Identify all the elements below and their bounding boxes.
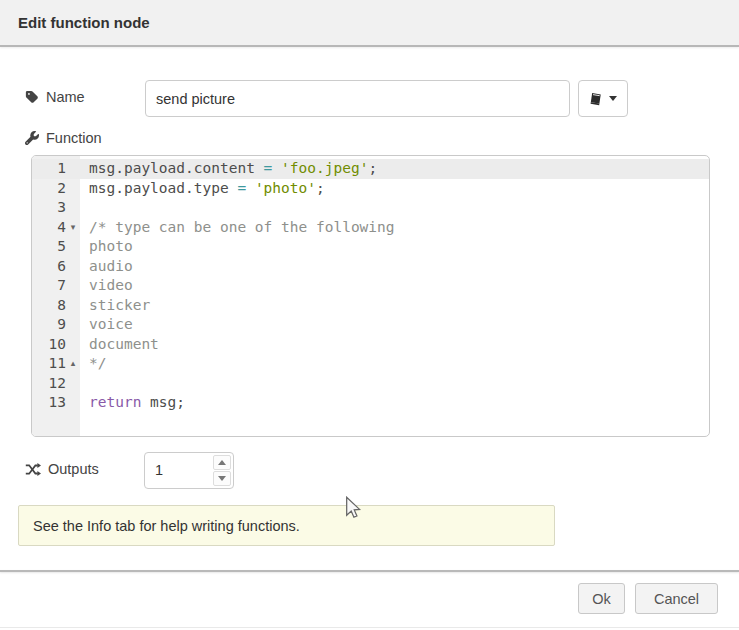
dialog-title: Edit function node <box>18 14 150 31</box>
code-line[interactable]: 3 <box>32 198 709 218</box>
line-number: 2 <box>32 179 66 199</box>
code-line[interactable]: 10document <box>32 335 709 355</box>
fold-slot <box>66 257 80 277</box>
edit-function-node-dialog: Edit function node Name Function 1msg.pa… <box>0 0 739 630</box>
line-number: 3 <box>32 198 66 218</box>
tag-icon <box>25 90 39 104</box>
shuffle-icon <box>25 463 41 476</box>
gutter-cell: 13 <box>32 393 80 413</box>
code-line[interactable]: 7video <box>32 276 709 296</box>
gutter-cell: 7 <box>32 276 80 296</box>
line-number: 1 <box>32 159 66 179</box>
code-line[interactable]: 8sticker <box>32 296 709 316</box>
chevron-down-icon <box>609 96 617 101</box>
line-number: 10 <box>32 335 66 355</box>
gutter-cell: 2 <box>32 179 80 199</box>
name-label-text: Name <box>46 89 85 105</box>
code-line[interactable]: 1msg.payload.content = 'foo.jpeg'; <box>32 159 709 179</box>
code-text[interactable] <box>80 374 709 394</box>
wrench-icon <box>25 131 39 145</box>
code-text[interactable]: sticker <box>80 296 709 316</box>
spinner-up-button[interactable] <box>213 455 231 470</box>
line-number: 4 <box>32 218 66 238</box>
code-text[interactable]: audio <box>80 257 709 277</box>
code-line[interactable]: 2msg.payload.type = 'photo'; <box>32 179 709 199</box>
footer-divider <box>0 570 739 572</box>
fold-up-icon[interactable]: ▴ <box>66 354 80 374</box>
arrow-up-icon <box>218 460 226 465</box>
line-number: 6 <box>32 257 66 277</box>
fold-slot <box>66 159 80 179</box>
gutter-cell: 3 <box>32 198 80 218</box>
fold-slot <box>66 393 80 413</box>
arrow-down-icon <box>218 476 226 481</box>
code-line[interactable]: 5photo <box>32 237 709 257</box>
gutter-cell: 1 <box>32 159 80 179</box>
function-code-editor[interactable]: 1msg.payload.content = 'foo.jpeg';2msg.p… <box>31 155 710 437</box>
code-line[interactable]: 11▴*/ <box>32 354 709 374</box>
line-number: 11 <box>32 354 66 374</box>
fold-slot <box>66 335 80 355</box>
fold-down-icon[interactable]: ▾ <box>66 218 80 238</box>
spinner-down-button[interactable] <box>213 471 231 486</box>
gutter-cell: 10 <box>32 335 80 355</box>
code-text[interactable]: return msg; <box>80 393 709 413</box>
function-label: Function <box>25 130 102 146</box>
code-line[interactable]: 4▾/* type can be one of the following <box>32 218 709 238</box>
outputs-label-text: Outputs <box>48 461 99 477</box>
gutter-cell: 11▴ <box>32 354 80 374</box>
gutter-cell: 5 <box>32 237 80 257</box>
function-label-text: Function <box>46 130 102 146</box>
line-number: 13 <box>32 393 66 413</box>
ok-button[interactable]: Ok <box>578 583 625 614</box>
cancel-button[interactable]: Cancel <box>635 583 718 614</box>
code-text[interactable]: video <box>80 276 709 296</box>
gutter-cell: 9 <box>32 315 80 335</box>
line-number: 9 <box>32 315 66 335</box>
dialog-header: Edit function node <box>0 0 739 47</box>
code-text[interactable]: msg.payload.content = 'foo.jpeg'; <box>80 159 709 179</box>
code-line[interactable]: 12 <box>32 374 709 394</box>
line-number: 5 <box>32 237 66 257</box>
fold-slot <box>66 237 80 257</box>
code-text[interactable]: document <box>80 335 709 355</box>
outputs-value[interactable]: 1 <box>145 453 211 488</box>
name-input[interactable] <box>145 80 570 117</box>
gutter-cell: 12 <box>32 374 80 394</box>
library-dropdown-button[interactable] <box>578 80 628 117</box>
code-text[interactable]: /* type can be one of the following <box>80 218 709 238</box>
name-label: Name <box>25 89 85 105</box>
fold-slot <box>66 276 80 296</box>
fold-slot <box>66 374 80 394</box>
code-text[interactable] <box>80 198 709 218</box>
line-number: 7 <box>32 276 66 296</box>
code-text[interactable]: */ <box>80 354 709 374</box>
code-line[interactable]: 13return msg; <box>32 393 709 413</box>
fold-slot <box>66 198 80 218</box>
code-text[interactable]: photo <box>80 237 709 257</box>
info-tip-text: See the Info tab for help writing functi… <box>33 518 300 534</box>
outputs-spinner[interactable]: 1 <box>144 452 234 489</box>
line-number: 8 <box>32 296 66 316</box>
fold-slot <box>66 296 80 316</box>
gutter-cell: 6 <box>32 257 80 277</box>
editor-content[interactable]: 1msg.payload.content = 'foo.jpeg';2msg.p… <box>32 156 709 436</box>
spinner-buttons <box>211 453 233 488</box>
book-icon <box>589 92 603 106</box>
code-line[interactable]: 6audio <box>32 257 709 277</box>
dialog-bottom-edge <box>0 627 739 628</box>
gutter-cell: 8 <box>32 296 80 316</box>
code-text[interactable]: msg.payload.type = 'photo'; <box>80 179 709 199</box>
code-line[interactable]: 9voice <box>32 315 709 335</box>
outputs-label: Outputs <box>25 461 99 477</box>
info-tip-box: See the Info tab for help writing functi… <box>18 505 555 546</box>
fold-slot <box>66 315 80 335</box>
gutter-cell: 4▾ <box>32 218 80 238</box>
code-text[interactable]: voice <box>80 315 709 335</box>
line-number: 12 <box>32 374 66 394</box>
fold-slot <box>66 179 80 199</box>
